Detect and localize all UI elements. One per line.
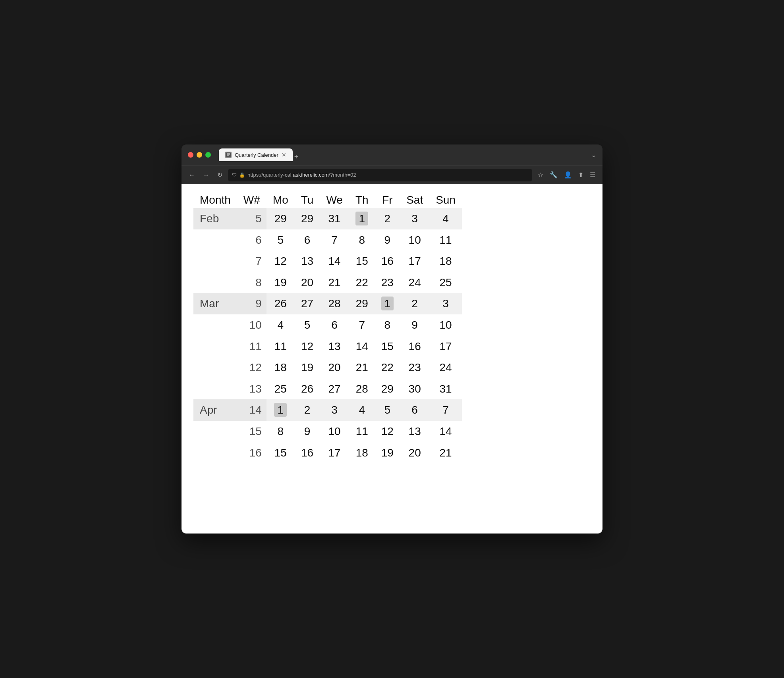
day-cell[interactable]: 3 (429, 293, 462, 314)
day-cell[interactable]: 10 (320, 421, 349, 442)
day-cell[interactable]: 10 (429, 314, 462, 336)
day-cell[interactable]: 17 (400, 250, 429, 272)
forward-button[interactable]: → (201, 170, 212, 180)
day-cell[interactable]: 22 (349, 272, 375, 293)
day-cell[interactable]: 2 (400, 293, 429, 314)
day-cell[interactable]: 6 (320, 314, 349, 336)
day-cell[interactable]: 14 (429, 421, 462, 442)
day-cell[interactable]: 22 (375, 357, 400, 378)
share-icon[interactable]: ⬆ (576, 170, 586, 180)
day-cell[interactable]: 2 (375, 208, 400, 229)
day-cell[interactable]: 19 (295, 357, 320, 378)
day-cell[interactable]: 26 (266, 293, 295, 314)
day-cell[interactable]: 11 (266, 336, 295, 357)
day-cell[interactable]: 7 (320, 229, 349, 251)
day-cell[interactable]: 18 (349, 442, 375, 464)
day-cell[interactable]: 9 (375, 229, 400, 251)
day-cell[interactable]: 24 (429, 357, 462, 378)
day-cell[interactable]: 21 (349, 357, 375, 378)
day-cell[interactable]: 11 (349, 421, 375, 442)
day-cell[interactable]: 21 (429, 442, 462, 464)
day-cell[interactable]: 18 (266, 357, 295, 378)
day-cell[interactable]: 18 (429, 250, 462, 272)
day-cell[interactable]: 17 (429, 336, 462, 357)
bookmark-icon[interactable]: ☆ (535, 170, 546, 180)
day-cell[interactable]: 16 (375, 250, 400, 272)
close-button[interactable] (188, 152, 193, 158)
day-cell[interactable]: 25 (266, 378, 295, 400)
day-cell[interactable]: 23 (400, 357, 429, 378)
day-cell[interactable]: 16 (400, 336, 429, 357)
day-cell[interactable]: 30 (400, 378, 429, 400)
day-cell[interactable]: 14 (349, 336, 375, 357)
address-bar[interactable]: 🛡 🔒 https://quarterly-cal.asktherelic.co… (228, 169, 532, 181)
day-cell[interactable]: 5 (375, 399, 400, 421)
day-cell[interactable]: 27 (320, 378, 349, 400)
profile-icon[interactable]: 👤 (562, 170, 574, 180)
day-cell[interactable]: 20 (400, 442, 429, 464)
day-cell[interactable]: 11 (429, 229, 462, 251)
day-cell[interactable]: 5 (295, 314, 320, 336)
day-cell[interactable]: 13 (295, 250, 320, 272)
day-cell[interactable]: 15 (375, 336, 400, 357)
day-cell[interactable]: 7 (349, 314, 375, 336)
day-cell[interactable]: 4 (429, 208, 462, 229)
day-cell[interactable]: 15 (266, 442, 295, 464)
day-cell[interactable]: 2 (295, 399, 320, 421)
day-cell[interactable]: 24 (400, 272, 429, 293)
day-cell[interactable]: 12 (375, 421, 400, 442)
day-cell[interactable]: 6 (295, 229, 320, 251)
day-cell[interactable]: 20 (320, 357, 349, 378)
new-tab-button[interactable]: + (294, 153, 299, 161)
day-cell[interactable]: 15 (349, 250, 375, 272)
day-cell[interactable]: 5 (266, 229, 295, 251)
day-cell[interactable]: 8 (349, 229, 375, 251)
day-cell[interactable]: 29 (266, 208, 295, 229)
day-cell[interactable]: 29 (375, 378, 400, 400)
menu-icon[interactable]: ☰ (587, 170, 598, 180)
day-cell[interactable]: 20 (295, 272, 320, 293)
day-cell[interactable]: 4 (349, 399, 375, 421)
day-cell[interactable]: 29 (295, 208, 320, 229)
day-cell[interactable]: 1 (266, 399, 295, 421)
window-chevron-icon[interactable]: ⌄ (591, 151, 596, 159)
day-cell[interactable]: 14 (320, 250, 349, 272)
day-cell[interactable]: 19 (266, 272, 295, 293)
back-button[interactable]: ← (186, 170, 197, 180)
day-cell[interactable]: 7 (429, 399, 462, 421)
day-cell[interactable]: 3 (400, 208, 429, 229)
day-cell[interactable]: 25 (429, 272, 462, 293)
day-cell[interactable]: 6 (400, 399, 429, 421)
day-cell[interactable]: 26 (295, 378, 320, 400)
day-cell[interactable]: 27 (295, 293, 320, 314)
minimize-button[interactable] (197, 152, 202, 158)
day-cell[interactable]: 31 (320, 208, 349, 229)
day-cell[interactable]: 19 (375, 442, 400, 464)
day-cell[interactable]: 17 (320, 442, 349, 464)
day-cell[interactable]: 9 (400, 314, 429, 336)
active-tab[interactable]: Quarterly Calender ✕ (219, 148, 293, 161)
day-cell[interactable]: 10 (400, 229, 429, 251)
day-cell[interactable]: 31 (429, 378, 462, 400)
day-cell[interactable]: 21 (320, 272, 349, 293)
day-cell[interactable]: 4 (266, 314, 295, 336)
fullscreen-button[interactable] (205, 152, 211, 158)
day-cell[interactable]: 9 (295, 421, 320, 442)
day-cell[interactable]: 29 (349, 293, 375, 314)
day-cell[interactable]: 16 (295, 442, 320, 464)
day-cell[interactable]: 28 (349, 378, 375, 400)
day-cell[interactable]: 3 (320, 399, 349, 421)
day-cell[interactable]: 23 (375, 272, 400, 293)
tools-icon[interactable]: 🔧 (547, 170, 560, 180)
day-cell[interactable]: 1 (375, 293, 400, 314)
day-cell[interactable]: 13 (320, 336, 349, 357)
day-cell[interactable]: 8 (266, 421, 295, 442)
reload-button[interactable]: ↻ (215, 170, 225, 180)
day-cell[interactable]: 12 (266, 250, 295, 272)
day-cell[interactable]: 8 (375, 314, 400, 336)
tab-close-icon[interactable]: ✕ (282, 152, 286, 158)
day-cell[interactable]: 12 (295, 336, 320, 357)
day-cell[interactable]: 28 (320, 293, 349, 314)
day-cell[interactable]: 13 (400, 421, 429, 442)
day-cell[interactable]: 1 (349, 208, 375, 229)
